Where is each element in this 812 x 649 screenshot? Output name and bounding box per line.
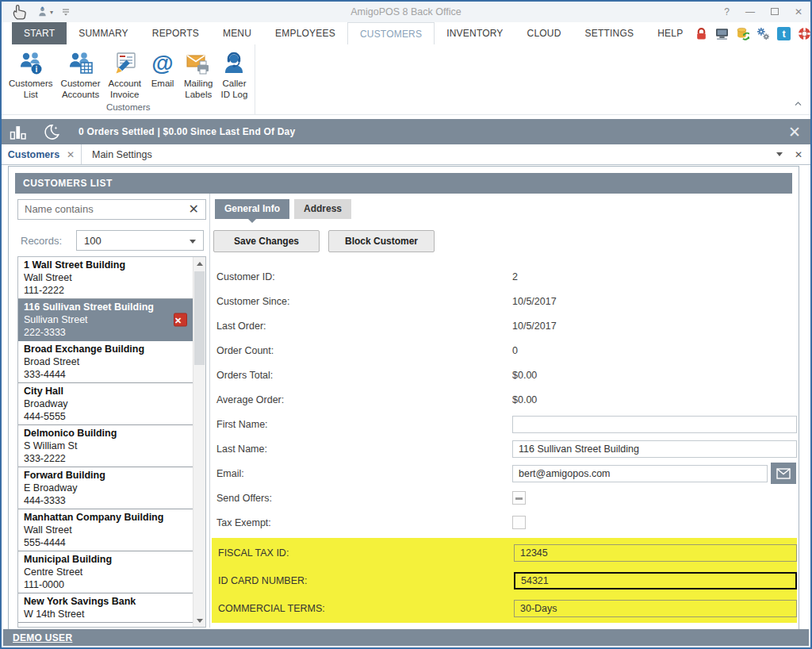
average-order-label: Average Order: [216, 394, 512, 405]
list-item[interactable]: 1 Wall Street BuildingWall Street111-222… [18, 257, 193, 299]
alert-close-icon[interactable]: ✕ [788, 125, 801, 140]
block-customer-button[interactable]: Block Customer [328, 230, 435, 252]
search-clear-icon[interactable]: ✕ [189, 202, 199, 217]
quick-access-caret-icon: ▾ [50, 9, 53, 16]
lock-icon[interactable] [695, 27, 708, 40]
toolbar-button-label: MailingLabels [184, 78, 213, 101]
send-offers-label: Send Offers: [216, 493, 512, 504]
tab-customers[interactable]: Customers ✕ [2, 144, 82, 164]
list-item[interactable]: Forward BuildingE Broadway444-3333 [18, 467, 193, 509]
ribbon-tab-reports[interactable]: REPORTS [140, 22, 211, 44]
list-item[interactable]: City HallBroadway444-5555 [18, 383, 193, 425]
list-item[interactable]: 116 Sullivan Street BuildingSullivan Str… [18, 299, 193, 341]
customers-list-panel: CUSTOMERS LIST ✕ Records: 100 1 Wall Str… [8, 166, 799, 630]
support-ring-icon[interactable] [798, 27, 811, 40]
ribbon-tab-menu[interactable]: MENU [211, 22, 263, 44]
svg-text:@: @ [151, 51, 173, 75]
fiscal-tax-id-label: FISCAL TAX ID: [218, 547, 514, 559]
commercial-terms-input[interactable] [514, 600, 797, 617]
ribbon-tab-customers[interactable]: CUSTOMERS [347, 22, 435, 44]
ribbon-tab-help[interactable]: HELP [645, 22, 695, 44]
account-invoice-button[interactable]: AccountInvoice [104, 48, 145, 101]
toolbar-button-label: CallerID Log [221, 78, 248, 101]
last-name-row: Last Name: [210, 436, 797, 461]
terminal-icon[interactable] [715, 27, 729, 40]
tab-main-settings[interactable]: Main Settings [82, 144, 776, 164]
order-count-value: 0 [512, 345, 518, 356]
close-button[interactable]: ✕ [795, 7, 802, 17]
ribbon-tab-inventory[interactable]: INVENTORY [435, 22, 515, 44]
tab-close-icon[interactable]: ✕ [67, 149, 75, 160]
mailing-labels-icon [186, 49, 211, 78]
toolbar-button-label: CustomerAccounts [61, 78, 101, 101]
bar-chart-icon[interactable] [10, 125, 27, 140]
current-user-link[interactable]: DEMO USER [13, 632, 72, 643]
tab-strip-close-icon[interactable]: ✕ [795, 149, 802, 160]
customer-since-label: Customer Since: [216, 296, 512, 307]
account-invoice-icon [112, 49, 137, 78]
customer-since-row: Customer Since:10/5/2017 [210, 289, 797, 313]
first-name-input[interactable] [512, 416, 797, 433]
tax-exempt-checkbox[interactable] [512, 516, 526, 529]
list-item[interactable]: Municipal BuildingCentre Street111-0000 [18, 551, 193, 593]
scrollbar-thumb[interactable] [194, 271, 205, 365]
list-item[interactable]: Broad Exchange BuildingBroad Street333-4… [18, 341, 193, 383]
send-offers-checkbox[interactable] [512, 491, 526, 505]
list-item[interactable]: Delmonico BuildingS William St333-2222 [18, 425, 193, 467]
last-name-input[interactable] [512, 440, 797, 458]
last-order-label: Last Order: [216, 321, 512, 332]
detail-tab-general-info[interactable]: General Info [215, 199, 289, 219]
quick-access-user-icon[interactable]: ▾ [36, 6, 53, 18]
send-email-button[interactable] [771, 463, 796, 484]
tax-exempt-label: Tax Exempt: [216, 517, 512, 528]
list-item[interactable]: Manhattan Company BuildingWall Street555… [18, 509, 193, 551]
id-card-number-input[interactable] [514, 572, 797, 589]
help-button[interactable]: ? [724, 7, 730, 17]
customer-id-value: 2 [512, 271, 518, 282]
maximize-button[interactable] [771, 7, 779, 17]
email-row: Email: [210, 461, 797, 486]
alert-bar: 0 Orders Settled | $0.00 Since Last End … [2, 119, 810, 144]
average-order-row: Average Order:$0.00 [210, 387, 797, 412]
list-scrollbar[interactable] [193, 257, 205, 627]
search-box: ✕ [17, 199, 206, 220]
email-label: Email: [216, 468, 512, 479]
email-button[interactable]: @Email [145, 48, 180, 89]
fiscal-tax-id-input[interactable] [514, 544, 797, 562]
caller-id-log-button[interactable]: CallerID Log [216, 48, 251, 101]
records-select[interactable]: 100 [76, 230, 204, 251]
customer-id-label: Customer ID: [216, 271, 512, 282]
scroll-down-icon[interactable] [193, 614, 205, 627]
toolbar-button-label: CustomersList [9, 78, 53, 101]
ribbon-tab-cloud[interactable]: CLOUD [515, 22, 573, 44]
scroll-up-icon[interactable] [193, 257, 205, 270]
twitter-icon[interactable]: t [777, 27, 791, 40]
customers-list-icon: i [18, 49, 44, 78]
tab-list-dropdown-icon[interactable] [776, 152, 783, 156]
ribbon-tab-summary[interactable]: SUMMARY [67, 22, 140, 44]
order-count-label: Order Count: [216, 345, 512, 356]
database-sync-icon[interactable] [736, 27, 749, 40]
ribbon-collapse-icon[interactable] [794, 95, 802, 109]
ribbon-tab-employees[interactable]: EMPLOYEES [263, 22, 347, 44]
list-item[interactable]: New York Savings BankW 14th Street [18, 593, 193, 623]
customer-list-column: ✕ Records: 100 1 Wall Street BuildingWal… [17, 199, 206, 628]
app-window: ▾ AmigoPOS 8 Back Office ? — ✕ STARTSUMM… [0, 0, 812, 649]
ribbon-tab-strip: STARTSUMMARYREPORTSMENUEMPLOYEESCUSTOMER… [2, 22, 810, 44]
minimize-button[interactable]: — [745, 7, 755, 17]
email-input[interactable] [512, 465, 768, 482]
ribbon-tab-start[interactable]: START [12, 22, 67, 44]
customize-toolbar-icon[interactable] [61, 7, 71, 17]
save-changes-button[interactable]: Save Changes [213, 230, 320, 252]
ribbon-tab-settings[interactable]: SETTINGS [573, 22, 646, 44]
customer-accounts-button[interactable]: CustomerAccounts [57, 48, 105, 101]
gears-icon[interactable] [756, 27, 770, 40]
end-of-day-moon-icon[interactable] [43, 123, 61, 141]
search-input[interactable] [18, 200, 181, 218]
customer-list: 1 Wall Street BuildingWall Street111-222… [17, 256, 206, 628]
mailing-labels-button[interactable]: MailingLabels [180, 48, 216, 101]
detail-tab-address[interactable]: Address [294, 199, 351, 219]
orders-total-value: $0.00 [512, 370, 537, 381]
customers-list-button[interactable]: iCustomersList [5, 48, 57, 101]
delete-customer-button[interactable]: ✕ [174, 313, 187, 327]
